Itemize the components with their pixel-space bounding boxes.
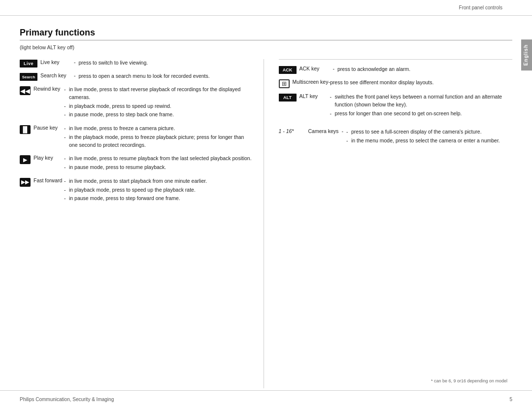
- play-icon: ▶: [20, 155, 31, 164]
- list-item: ◀◀ Rewind key in live mode, press to sta…: [20, 86, 254, 120]
- pause-key-desc: in live mode, press to freeze a camera p…: [64, 125, 254, 150]
- pause-icon: ▐▌: [20, 125, 31, 134]
- list-item: 1 - 16* Camera keys - press to see a ful…: [279, 128, 513, 146]
- search-badge: Search: [20, 73, 37, 81]
- camera-key-number: 1 - 16*: [279, 128, 308, 134]
- live-key-label: Live key: [40, 59, 71, 65]
- list-item: ⊞ Multiscreen key- press to see differen…: [279, 79, 513, 88]
- multiscreen-key-desc: press to see different monitor display l…: [330, 79, 434, 87]
- play-key-desc: in live mode, press to resume playback f…: [64, 155, 252, 172]
- main-content: Primary functions (light below ALT key o…: [20, 16, 512, 388]
- page-title: Primary functions: [20, 28, 512, 38]
- list-item: ▶▶ Fast forward in live mode, press to s…: [20, 177, 254, 204]
- page-heading: Primary functions (light below ALT key o…: [20, 28, 512, 57]
- top-bar-text: Front panel controls: [459, 5, 502, 10]
- footer: Philips Communication, Security & Imagin…: [0, 390, 532, 408]
- pause-key-label: Pause key: [33, 125, 64, 131]
- camera-key-desc: press to see a full-screen display of th…: [346, 128, 500, 146]
- alt-key-desc: switches the front panel keys between a …: [330, 93, 513, 118]
- english-tab: English: [521, 39, 532, 70]
- footnote: * can be 6, 9 or16 depending on model: [431, 378, 507, 383]
- list-item: Search Search key - press to open a sear…: [20, 72, 254, 81]
- ff-key-label: Fast forward: [33, 177, 64, 183]
- footer-page-number: 5: [509, 397, 512, 402]
- multiscreen-key-label: Multiscreen key-: [293, 79, 330, 85]
- live-key-desc: press to switch to live viewing.: [79, 59, 148, 67]
- ack-badge: ACK: [279, 66, 297, 74]
- dash: -: [74, 59, 76, 65]
- rewind-key-label: Rewind key: [33, 86, 64, 92]
- dash: -: [74, 72, 76, 78]
- dash: -: [333, 66, 335, 71]
- list-item: ▐▌ Pause key in live mode, press to free…: [20, 125, 254, 150]
- footer-left-text: Philips Communication, Security & Imagin…: [20, 397, 114, 402]
- top-bar: Front panel controls: [0, 0, 532, 16]
- right-col-divider: [279, 59, 513, 60]
- ff-key-desc: in live mode, press to start playback fr…: [64, 177, 207, 204]
- left-column: Live Live key - press to switch to live …: [20, 59, 264, 388]
- alt-badge: ALT: [279, 94, 297, 102]
- list-item: Live Live key - press to switch to live …: [20, 59, 254, 68]
- list-item: ALT ALT key switches the front panel key…: [279, 93, 513, 118]
- right-column: ACK ACK key - press to acknowledge an al…: [264, 59, 513, 388]
- live-badge: Live: [20, 60, 37, 68]
- page-subtitle: (light below ALT key off): [20, 44, 512, 50]
- play-key-label: Play key: [33, 155, 64, 161]
- heading-divider: [20, 40, 512, 40]
- search-key-desc: press to open a search menu to look for …: [79, 72, 210, 80]
- search-key-label: Search key: [40, 72, 71, 78]
- ack-key-label: ACK key: [299, 66, 330, 71]
- rewind-icon: ◀◀: [20, 86, 31, 95]
- multiscreen-icon: ⊞: [279, 79, 290, 88]
- rewind-key-desc: in live mode, press to start reverse pla…: [64, 86, 254, 120]
- alt-key-label: ALT key: [299, 93, 330, 99]
- content-columns: Live Live key - press to switch to live …: [20, 59, 512, 388]
- list-item: ACK ACK key - press to acknowledge an al…: [279, 66, 513, 74]
- camera-key-label: Camera keys: [308, 128, 339, 134]
- ff-icon: ▶▶: [20, 178, 31, 187]
- ack-key-desc: press to acknowledge an alarm.: [337, 66, 410, 73]
- list-item: ▶ Play key in live mode, press to resume…: [20, 155, 254, 172]
- dash: -: [342, 128, 344, 134]
